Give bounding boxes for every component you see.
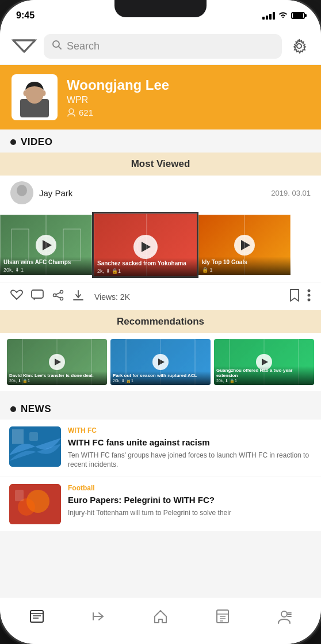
action-right xyxy=(289,289,311,304)
svg-rect-16 xyxy=(12,229,29,261)
video-overlay-3: kly Top 10 Goals 🔒 1 xyxy=(198,257,291,275)
rec-item-2[interactable]: Park out for season with ruptured ACL 20… xyxy=(110,339,211,385)
settings-icon[interactable] xyxy=(289,36,309,56)
rec-meta-2: 20k, ⬇ 🔒1 xyxy=(113,379,208,383)
news-item-2[interactable]: Football Euro Papers: Pelegrini to WITH … xyxy=(0,477,321,531)
news-item-1[interactable]: WITH FC WITH FC fans unite against racis… xyxy=(0,420,321,477)
action-icons: Views: 2K xyxy=(10,289,130,304)
svg-rect-17 xyxy=(63,229,81,261)
user-row: Jay Park 2019. 03.01 xyxy=(0,176,321,210)
rec-meta-1: 20k, ⬇ 🔒1 xyxy=(9,379,105,383)
news-content-2: Football Euro Papers: Pelegrini to WITH … xyxy=(68,484,312,517)
most-viewed-banner: Most Viewed xyxy=(0,153,321,176)
video-title-3: kly Top 10 Goals xyxy=(202,259,287,266)
profile-section: Woongjang Lee WPR 621 xyxy=(0,65,321,129)
news-title-2: Euro Papers: Pelegrini to WITH FC? xyxy=(68,494,312,506)
search-icon xyxy=(52,40,62,53)
rec-meta-3: 20k, ⬇ 🔒1 xyxy=(216,379,312,383)
svg-point-12 xyxy=(17,185,27,196)
bookmark-icon[interactable] xyxy=(289,289,300,304)
video-title: Ulsan wins AFC Champs xyxy=(3,259,89,266)
comment-icon[interactable] xyxy=(31,289,44,304)
svg-point-11 xyxy=(69,109,74,113)
rec-overlay-1: David Kim: Lee's transfer is done deal. … xyxy=(7,371,107,385)
svg-point-26 xyxy=(60,298,63,300)
wifi-icon xyxy=(278,11,288,21)
svg-point-32 xyxy=(308,289,311,292)
video-carousel[interactable]: Ulsan wins AFC Champs 20k, ⬇ 1 xyxy=(0,210,321,283)
svg-line-28 xyxy=(56,292,60,295)
like-icon[interactable] xyxy=(10,289,23,304)
user-name: Jay Park xyxy=(39,188,72,198)
nav-item-back[interactable] xyxy=(81,602,116,631)
status-time: 9:45 xyxy=(16,10,35,21)
video-meta-featured: 2k, ⬇ 🔒1 xyxy=(97,268,193,274)
views-count: Views: 2K xyxy=(94,292,130,302)
svg-rect-43 xyxy=(12,429,24,444)
nav-item-profile[interactable] xyxy=(267,602,301,631)
search-placeholder: Search xyxy=(67,40,100,52)
app-logo[interactable] xyxy=(12,33,37,59)
recommendations-grid: David Kim: Lee's transfer is done deal. … xyxy=(0,333,321,391)
rec-item-1[interactable]: David Kim: Lee's transfer is done deal. … xyxy=(7,339,107,385)
share-icon[interactable] xyxy=(52,289,64,304)
svg-rect-44 xyxy=(29,432,38,441)
svg-point-34 xyxy=(308,299,311,302)
news-excerpt-2: Injury-hit Tottenham will turn to Pelegr… xyxy=(68,508,312,518)
app-header: Search xyxy=(0,28,321,65)
download-icon[interactable] xyxy=(72,289,84,304)
video-meta: 20k, ⬇ 1 xyxy=(3,267,89,273)
profile-name: Woongjang Lee xyxy=(67,77,309,94)
rec-overlay-2: Park out for season with ruptured ACL 20… xyxy=(110,371,211,385)
rec-overlay-3: Guangzhou offered Hao a two-year extensi… xyxy=(214,366,314,385)
news-section-title: NEWS xyxy=(21,403,51,415)
news-title-1: WITH FC fans unite against racism xyxy=(68,437,312,448)
post-date: 2019. 03.01 xyxy=(271,189,311,197)
svg-point-27 xyxy=(54,294,56,297)
nav-item-list[interactable] xyxy=(205,602,240,631)
news-thumb-2 xyxy=(9,484,61,524)
video-section-title: VIDEO xyxy=(21,136,52,148)
search-bar[interactable]: Search xyxy=(44,34,282,59)
nav-item-home[interactable] xyxy=(143,602,178,631)
svg-rect-48 xyxy=(15,490,24,501)
news-excerpt-1: Ten WITH FC fans' groups have joined for… xyxy=(68,451,312,470)
rec-title-2: Park out for season with ruptured ACL xyxy=(113,373,208,379)
svg-point-10 xyxy=(42,90,46,96)
content-scroll[interactable]: VIDEO Most Viewed Jay Park 2019. 03.01 xyxy=(0,129,321,596)
profile-followers: 621 xyxy=(67,108,309,117)
video-meta-3: 🔒 1 xyxy=(202,267,287,273)
news-dot xyxy=(10,406,16,412)
video-item-3[interactable]: kly Top 10 Goals 🔒 1 xyxy=(198,215,291,275)
svg-point-25 xyxy=(60,291,63,294)
news-tag-2: Football xyxy=(68,484,312,492)
rec-title-1: David Kim: Lee's transfer is done deal. xyxy=(9,373,105,379)
svg-point-60 xyxy=(281,611,287,617)
nav-item-feed[interactable] xyxy=(20,602,54,631)
video-item-featured[interactable]: Sanchez sacked from Yokohama 2k, ⬇ 🔒1 xyxy=(92,212,198,278)
video-item[interactable]: Ulsan wins AFC Champs 20k, ⬇ 1 xyxy=(0,215,92,275)
svg-line-29 xyxy=(56,296,60,298)
signal-icon xyxy=(262,12,275,20)
battery-icon xyxy=(291,12,305,19)
user-avatar xyxy=(10,181,33,204)
video-title-featured: Sanchez sacked from Yokohama xyxy=(97,260,193,267)
svg-rect-24 xyxy=(32,290,43,298)
profile-club: WPR xyxy=(67,95,309,105)
svg-rect-49 xyxy=(30,611,43,622)
svg-line-1 xyxy=(13,40,24,52)
news-section: NEWS WITH FC W xyxy=(0,397,321,536)
svg-point-6 xyxy=(297,44,301,48)
video-overlay-featured: Sanchez sacked from Yokohama 2k, ⬇ 🔒1 xyxy=(94,258,197,276)
video-overlay: Ulsan wins AFC Champs 20k, ⬇ 1 xyxy=(0,257,92,275)
more-icon[interactable] xyxy=(307,289,311,304)
avatar[interactable] xyxy=(12,74,58,120)
bottom-nav xyxy=(0,597,321,644)
news-section-header: NEWS xyxy=(0,397,321,420)
news-tag-1: WITH FC xyxy=(68,426,312,435)
status-icons xyxy=(262,11,305,21)
rec-item-3[interactable]: Guangzhou offered Hao a two-year extensi… xyxy=(214,339,314,385)
rec-title-3: Guangzhou offered Hao a two-year extensi… xyxy=(216,368,312,379)
video-dot xyxy=(10,139,16,145)
svg-line-2 xyxy=(24,40,35,52)
